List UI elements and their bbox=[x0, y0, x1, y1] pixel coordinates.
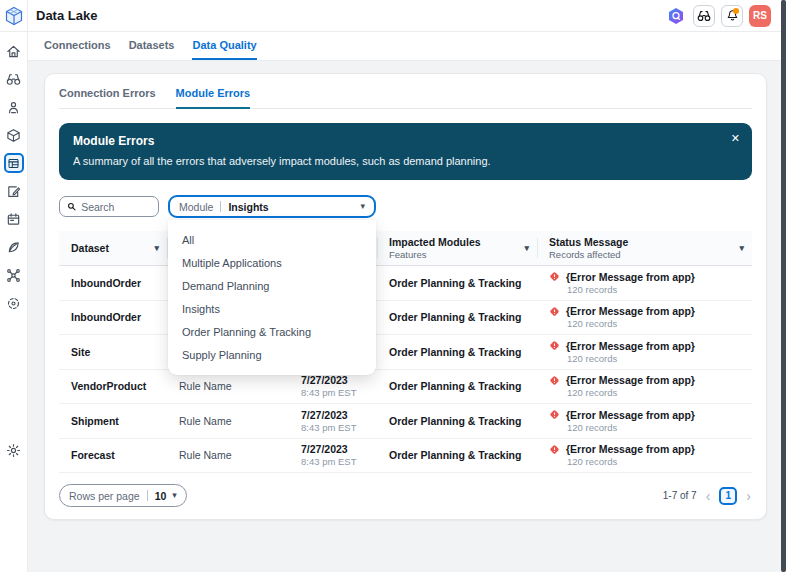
user-avatar[interactable]: RS bbox=[749, 5, 771, 27]
module-filter: Module Insights ▾ All Multiple Applicati… bbox=[168, 195, 376, 218]
table-header-row: Dataset ▾ Impacted Modules Features bbox=[59, 231, 752, 266]
sort-caret-icon[interactable]: ▾ bbox=[524, 243, 529, 253]
sidebar-item-network[interactable] bbox=[4, 265, 24, 285]
dataset-cell: Forecast bbox=[59, 445, 167, 465]
rule-cell: Rule Name bbox=[167, 411, 289, 431]
page-title: Data Lake bbox=[36, 8, 97, 23]
dataset-cell: Site bbox=[59, 342, 167, 362]
page-number-button[interactable]: 1 bbox=[719, 487, 737, 505]
sort-caret-icon[interactable]: ▾ bbox=[154, 243, 159, 253]
date-cell: 7/27/2023 8:43 pm EST bbox=[289, 405, 377, 437]
module-errors-banner: Module Errors A summary of all the error… bbox=[59, 123, 752, 180]
search-button[interactable] bbox=[693, 5, 715, 27]
dataset-cell: InboundOrder bbox=[59, 273, 167, 293]
banner-description: A summary of all the errors that adverse… bbox=[73, 155, 738, 167]
app-window: Data Lake bbox=[0, 0, 781, 572]
assistant-button[interactable] bbox=[665, 5, 687, 27]
sidebar-item-track[interactable] bbox=[4, 97, 24, 117]
error-icon bbox=[549, 409, 560, 420]
dropdown-option-supply-planning[interactable]: Supply Planning bbox=[168, 343, 376, 366]
module-select[interactable]: Module Insights ▾ bbox=[168, 195, 376, 218]
search-field[interactable] bbox=[59, 196, 159, 217]
settings-gear-icon bbox=[6, 443, 21, 458]
rows-per-page-select[interactable]: Rows per page 10 ▾ bbox=[59, 484, 187, 507]
table-row: InboundOrder Rule Name 7/27/2023 8:43 pm… bbox=[59, 301, 752, 336]
notification-badge bbox=[733, 8, 739, 14]
sidebar-item-operations[interactable] bbox=[4, 293, 24, 313]
module-select-value: Insights bbox=[228, 201, 268, 213]
dropdown-option-multiple-applications[interactable]: Multiple Applications bbox=[168, 251, 376, 274]
chevron-down-icon: ▾ bbox=[172, 491, 177, 500]
dataset-cell: InboundOrder bbox=[59, 307, 167, 327]
date-cell: 7/27/2023 8:43 pm EST bbox=[289, 370, 377, 402]
tab-datasets[interactable]: Datasets bbox=[129, 39, 175, 60]
main-content: Connections Datasets Data Quality Connec… bbox=[28, 32, 781, 572]
amazon-q-icon bbox=[667, 7, 685, 25]
subtab-connection-errors[interactable]: Connection Errors bbox=[59, 87, 156, 109]
divider bbox=[147, 490, 148, 501]
status-cell: {Error Message from app} 120 records bbox=[537, 370, 752, 402]
module-select-label: Module bbox=[179, 201, 213, 213]
sidebar-nav bbox=[0, 32, 28, 572]
sidebar-item-data-lake[interactable] bbox=[4, 153, 24, 173]
binoculars-icon bbox=[6, 72, 21, 86]
table-row: Shipment Rule Name 7/27/2023 8:43 pm EST… bbox=[59, 404, 752, 439]
table-row: Forecast Rule Name 7/27/2023 8:43 pm EST… bbox=[59, 439, 752, 474]
binoculars-icon bbox=[697, 9, 711, 22]
error-subtabs: Connection Errors Module Errors bbox=[59, 87, 752, 109]
tab-data-quality[interactable]: Data Quality bbox=[192, 39, 256, 60]
dropdown-option-all[interactable]: All bbox=[168, 228, 376, 251]
notifications-button[interactable] bbox=[721, 5, 743, 27]
app-logo[interactable] bbox=[0, 0, 28, 32]
dataset-cell: Shipment bbox=[59, 411, 167, 431]
modules-cell: Order Planning & Tracking bbox=[377, 307, 537, 327]
table-row: VendorProduct Rule Name 7/27/2023 8:43 p… bbox=[59, 370, 752, 405]
divider bbox=[220, 201, 221, 212]
banner-close-icon[interactable]: ✕ bbox=[731, 132, 740, 145]
date-cell: 7/27/2023 8:43 pm EST bbox=[289, 439, 377, 471]
sidebar-item-calendar[interactable] bbox=[4, 209, 24, 229]
data-quality-panel: Connection Errors Module Errors Module E… bbox=[44, 73, 767, 520]
status-cell: {Error Message from app} 120 records bbox=[537, 267, 752, 299]
previous-page-icon[interactable]: ‹ bbox=[705, 489, 712, 503]
dropdown-option-order-planning-tracking[interactable]: Order Planning & Tracking bbox=[168, 320, 376, 343]
column-header-impacted-modules[interactable]: Impacted Modules Features ▾ bbox=[377, 235, 537, 261]
scrollbar[interactable] bbox=[781, 0, 786, 572]
modules-cell: Order Planning & Tracking bbox=[377, 273, 537, 293]
dropdown-option-demand-planning[interactable]: Demand Planning bbox=[168, 274, 376, 297]
primary-tabs: Connections Datasets Data Quality bbox=[28, 32, 781, 61]
column-header-dataset[interactable]: Dataset ▾ bbox=[59, 235, 167, 261]
sidebar-item-sustainability[interactable] bbox=[4, 237, 24, 257]
calendar-icon bbox=[6, 212, 21, 227]
sort-caret-icon[interactable]: ▾ bbox=[739, 243, 744, 253]
person-location-icon bbox=[6, 100, 21, 115]
sidebar-item-plans[interactable] bbox=[4, 181, 24, 201]
pagination: 1-7 of 7 ‹ 1 › bbox=[663, 487, 752, 505]
module-dropdown-menu: All Multiple Applications Demand Plannin… bbox=[168, 220, 376, 375]
table-row: InboundOrder Rule Name 7/27/2023 8:43 pm… bbox=[59, 266, 752, 301]
sidebar-item-home[interactable] bbox=[4, 41, 24, 61]
sidebar-item-products[interactable] bbox=[4, 125, 24, 145]
module-errors-table: Dataset ▾ Impacted Modules Features bbox=[59, 231, 752, 473]
banner-title: Module Errors bbox=[73, 134, 738, 148]
next-page-icon[interactable]: › bbox=[745, 489, 752, 503]
error-icon bbox=[549, 375, 560, 386]
dropdown-option-insights[interactable]: Insights bbox=[168, 297, 376, 320]
modules-cell: Order Planning & Tracking bbox=[377, 342, 537, 362]
sidebar-item-settings[interactable] bbox=[4, 440, 24, 460]
dataset-cell: VendorProduct bbox=[59, 376, 167, 396]
data-grid-icon bbox=[7, 157, 20, 170]
column-header-status-message[interactable]: Status Message Records affected ▾ bbox=[537, 235, 752, 261]
search-input[interactable] bbox=[81, 201, 151, 213]
leaf-icon bbox=[6, 240, 21, 255]
search-icon bbox=[67, 201, 76, 212]
chevron-down-icon: ▾ bbox=[360, 202, 365, 211]
subtab-module-errors[interactable]: Module Errors bbox=[176, 87, 251, 109]
tab-connections[interactable]: Connections bbox=[44, 39, 111, 60]
error-icon bbox=[549, 306, 560, 317]
sidebar-item-insights[interactable] bbox=[4, 69, 24, 89]
status-cell: {Error Message from app} 120 records bbox=[537, 439, 752, 471]
operations-swirl-icon bbox=[6, 296, 21, 311]
error-icon bbox=[549, 444, 560, 455]
top-bar: Data Lake bbox=[28, 0, 781, 32]
